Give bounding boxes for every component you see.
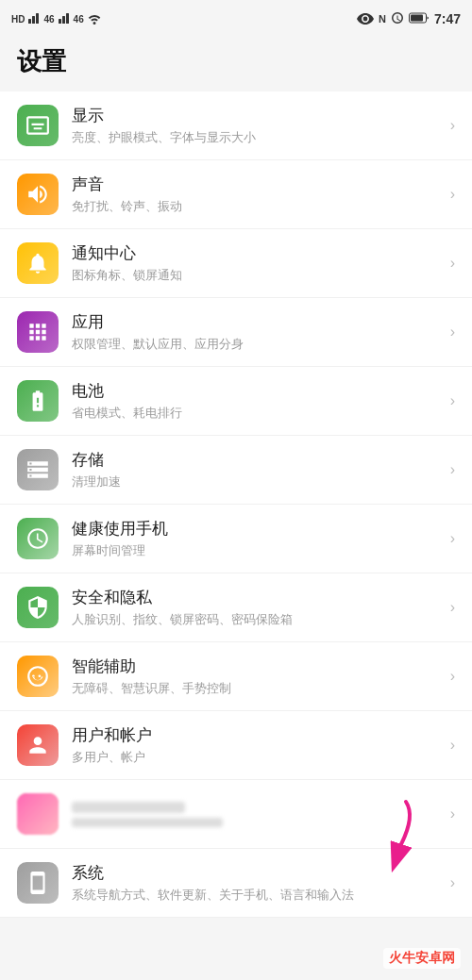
sound-text: 声音 免打扰、铃声、振动 <box>72 174 443 215</box>
settings-list: 显示 亮度、护眼模式、字体与显示大小 › 声音 免打扰、铃声、振动 › 通知中心… <box>0 91 472 918</box>
assist-arrow: › <box>450 668 455 685</box>
display-icon <box>17 105 59 146</box>
sound-title: 声音 <box>72 174 443 195</box>
apps-title: 应用 <box>72 311 443 333</box>
settings-item-storage[interactable]: 存储 清理加速 › <box>0 436 472 505</box>
notify-icon <box>17 242 59 284</box>
notify-arrow: › <box>450 255 455 272</box>
apps-subtitle: 权限管理、默认应用、应用分身 <box>72 336 443 353</box>
health-subtitle: 屏幕时间管理 <box>72 542 443 559</box>
blurred-arrow: › <box>450 806 455 822</box>
battery-subtitle: 省电模式、耗电排行 <box>72 405 443 422</box>
storage-icon <box>17 449 59 490</box>
notify-title: 通知中心 <box>72 242 443 264</box>
assist-icon <box>17 656 59 697</box>
storage-arrow: › <box>450 461 455 478</box>
settings-item-display[interactable]: 显示 亮度、护眼模式、字体与显示大小 › <box>0 91 472 160</box>
svg-rect-2 <box>36 13 39 24</box>
security-title: 安全和隐私 <box>72 587 443 608</box>
settings-item-health[interactable]: 健康使用手机 屏幕时间管理 › <box>0 505 472 573</box>
battery-title: 电池 <box>72 380 443 402</box>
blurred-subtitle <box>72 818 223 827</box>
battery-text: 电池 省电模式、耗电排行 <box>72 380 443 422</box>
battery-arrow: › <box>450 392 455 409</box>
storage-text: 存储 清理加速 <box>72 449 443 490</box>
health-arrow: › <box>450 530 455 547</box>
apps-text: 应用 权限管理、默认应用、应用分身 <box>72 311 443 353</box>
eye-icon <box>357 11 374 27</box>
system-subtitle: 系统导航方式、软件更新、关于手机、语言和输入法 <box>72 887 443 904</box>
user-icon <box>17 724 59 766</box>
assist-title: 智能辅助 <box>72 656 443 677</box>
svg-rect-4 <box>62 16 65 24</box>
svg-rect-0 <box>28 19 31 24</box>
storage-title: 存储 <box>72 449 443 471</box>
clock-icon <box>391 11 404 27</box>
assist-text: 智能辅助 无障碍、智慧识屏、手势控制 <box>72 656 443 697</box>
settings-item-system[interactable]: 系统 系统导航方式、软件更新、关于手机、语言和输入法 › <box>0 849 472 918</box>
sound-subtitle: 免打扰、铃声、振动 <box>72 198 443 215</box>
system-icon <box>17 862 59 904</box>
display-subtitle: 亮度、护眼模式、字体与显示大小 <box>72 129 443 146</box>
system-arrow: › <box>450 874 455 891</box>
notify-text: 通知中心 图标角标、锁屏通知 <box>72 242 443 284</box>
blurred-title <box>72 802 185 813</box>
settings-item-battery[interactable]: 电池 省电模式、耗电排行 › <box>0 367 472 436</box>
page-title: 设置 <box>0 38 472 91</box>
time-display: 7:47 <box>434 11 461 26</box>
notify-subtitle: 图标角标、锁屏通知 <box>72 267 443 284</box>
assist-subtitle: 无障碍、智慧识屏、手势控制 <box>72 680 443 697</box>
status-left: HD 46 46 <box>11 11 102 26</box>
display-title: 显示 <box>72 105 443 126</box>
battery-icon <box>409 12 430 26</box>
user-subtitle: 多用户、帐户 <box>72 749 443 766</box>
apps-icon <box>17 311 59 353</box>
security-text: 安全和隐私 人脸识别、指纹、锁屏密码、密码保险箱 <box>72 587 443 628</box>
settings-item-notify[interactable]: 通知中心 图标角标、锁屏通知 › <box>0 229 472 298</box>
watermark: 火牛安卓网 <box>383 948 461 969</box>
settings-item-user[interactable]: 用户和帐户 多用户、帐户 › <box>0 711 472 780</box>
apps-arrow: › <box>450 324 455 341</box>
settings-item-sound[interactable]: 声音 免打扰、铃声、振动 › <box>0 160 472 229</box>
blurred-icon <box>17 793 59 835</box>
svg-rect-7 <box>411 14 423 21</box>
security-icon <box>17 587 59 628</box>
signal-bars2 <box>58 11 71 26</box>
user-text: 用户和帐户 多用户、帐户 <box>72 724 443 766</box>
settings-item-assist[interactable]: 智能辅助 无障碍、智慧识屏、手势控制 › <box>0 642 472 711</box>
status-right: N 7:47 <box>357 11 461 27</box>
signal-hd: HD <box>11 14 25 25</box>
highlight-arrow <box>359 797 425 872</box>
nfc-icon: N <box>379 13 386 25</box>
display-text: 显示 亮度、护眼模式、字体与显示大小 <box>72 105 443 146</box>
health-text: 健康使用手机 屏幕时间管理 <box>72 518 443 559</box>
settings-item-security[interactable]: 安全和隐私 人脸识别、指纹、锁屏密码、密码保险箱 › <box>0 573 472 642</box>
signal-bars <box>27 11 41 26</box>
storage-subtitle: 清理加速 <box>72 473 443 490</box>
svg-rect-1 <box>32 16 35 24</box>
svg-rect-5 <box>66 13 69 24</box>
battery-settings-icon <box>17 380 59 422</box>
security-arrow: › <box>450 599 455 616</box>
wifi-icon <box>87 11 102 26</box>
settings-item-apps[interactable]: 应用 权限管理、默认应用、应用分身 › <box>0 298 472 367</box>
signal-4g: 46 <box>43 14 54 25</box>
display-arrow: › <box>450 117 455 134</box>
sound-arrow: › <box>450 186 455 203</box>
health-icon <box>17 518 59 559</box>
signal-4g2: 46 <box>74 14 84 25</box>
security-subtitle: 人脸识别、指纹、锁屏密码、密码保险箱 <box>72 611 443 628</box>
sound-icon <box>17 174 59 215</box>
svg-rect-3 <box>59 19 61 24</box>
user-arrow: › <box>450 737 455 754</box>
user-title: 用户和帐户 <box>72 724 443 746</box>
health-title: 健康使用手机 <box>72 518 443 540</box>
status-bar: HD 46 46 N <box>0 0 472 38</box>
